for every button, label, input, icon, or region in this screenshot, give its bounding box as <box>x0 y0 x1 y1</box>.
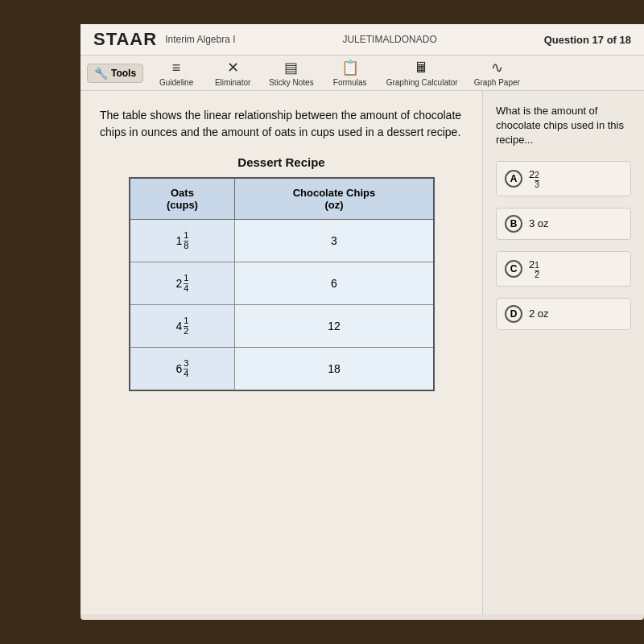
data-table: Oats(cups) Chocolate Chips(oz) 118 3 <box>129 177 435 391</box>
sticky-notes-button[interactable]: ▤ Sticky Notes <box>269 59 314 87</box>
screen: STAAR Interim Algebra I JULETIMALDONADO … <box>80 24 644 620</box>
tools-button[interactable]: 🔧 Tools <box>87 64 143 83</box>
choice-letter-c: C <box>505 260 522 278</box>
mixed-fraction-4: 634 <box>175 359 188 378</box>
answer-choice-b[interactable]: B 3 oz <box>496 208 631 240</box>
course-label: Interim Algebra I <box>165 34 235 45</box>
question-counter: Question 17 of 18 <box>544 34 631 46</box>
eliminator-icon: ✕ <box>227 59 239 76</box>
answer-choice-a[interactable]: A 223 <box>496 161 631 196</box>
eliminator-button[interactable]: ✕ Eliminator <box>213 59 253 87</box>
graph-paper-label: Graph Paper <box>474 78 520 87</box>
right-panel: What is the amount of chocolate chips us… <box>483 91 644 614</box>
table-row: 214 6 <box>130 262 434 305</box>
toolbar-items: ≡ Guideline ✕ Eliminator ▤ Sticky Notes … <box>156 59 520 87</box>
col-header-chips: Chocolate Chips(oz) <box>235 178 434 220</box>
choice-text-a: 223 <box>529 168 539 189</box>
mixed-fraction-3: 412 <box>175 316 188 336</box>
choice-text-c: 212 <box>529 258 539 279</box>
graphing-calculator-label: Graphing Calculator <box>386 78 458 87</box>
formulas-icon: 📋 <box>341 59 359 76</box>
table-row: 412 12 <box>130 305 434 348</box>
cell-chips-3: 12 <box>235 305 434 348</box>
table-row: 118 3 <box>130 220 434 262</box>
header: STAAR Interim Algebra I JULETIMALDONADO … <box>80 24 644 56</box>
cell-chips-4: 18 <box>235 348 434 391</box>
answer-choice-c[interactable]: C 212 <box>496 251 631 287</box>
graphing-calculator-icon: 🖩 <box>415 60 429 76</box>
tools-icon: 🔧 <box>94 67 108 80</box>
sticky-notes-label: Sticky Notes <box>269 78 314 87</box>
cell-oats-4: 634 <box>130 348 235 391</box>
table-title: Dessert Recipe <box>100 155 463 169</box>
choice-letter-a: A <box>505 170 522 188</box>
graphing-calculator-button[interactable]: 🖩 Graphing Calculator <box>386 60 458 87</box>
guideline-label: Guideline <box>159 78 193 87</box>
cell-oats-2: 214 <box>130 262 235 305</box>
right-question-text: What is the amount of chocolate chips us… <box>496 104 631 148</box>
formulas-button[interactable]: 📋 Formulas <box>330 59 370 87</box>
mixed-fraction-2: 214 <box>175 274 188 293</box>
guideline-icon: ≡ <box>172 60 181 76</box>
cell-oats-1: 118 <box>130 220 235 262</box>
question-text: The table shows the linear relationship … <box>100 107 463 141</box>
choice-letter-b: B <box>505 215 522 233</box>
table-row: 634 18 <box>130 348 434 391</box>
tools-label: Tools <box>111 68 136 79</box>
toolbar: 🔧 Tools ≡ Guideline ✕ Eliminator ▤ Stick… <box>80 56 644 91</box>
staar-logo: STAAR <box>93 29 157 50</box>
formulas-label: Formulas <box>333 78 367 87</box>
header-left: STAAR Interim Algebra I <box>93 29 236 50</box>
eliminator-label: Eliminator <box>215 78 250 87</box>
username-label: JULETIMALDONADO <box>236 34 544 45</box>
choice-text-b: 3 oz <box>529 217 549 229</box>
choice-letter-d: D <box>505 305 522 323</box>
left-panel: The table shows the linear relationship … <box>80 91 483 614</box>
choice-text-d: 2 oz <box>529 308 549 320</box>
answer-choice-d[interactable]: D 2 oz <box>496 298 631 330</box>
table-header-row: Oats(cups) Chocolate Chips(oz) <box>130 178 434 220</box>
sticky-notes-icon: ▤ <box>284 59 298 76</box>
graph-paper-button[interactable]: ∿ Graph Paper <box>474 59 520 87</box>
guideline-button[interactable]: ≡ Guideline <box>156 60 196 87</box>
graph-paper-icon: ∿ <box>491 59 503 76</box>
cell-chips-2: 6 <box>235 262 434 305</box>
content: The table shows the linear relationship … <box>80 91 644 614</box>
mixed-fraction-1: 118 <box>175 231 188 250</box>
cell-chips-1: 3 <box>235 220 434 262</box>
cell-oats-3: 412 <box>130 305 235 348</box>
col-header-oats: Oats(cups) <box>130 178 235 220</box>
